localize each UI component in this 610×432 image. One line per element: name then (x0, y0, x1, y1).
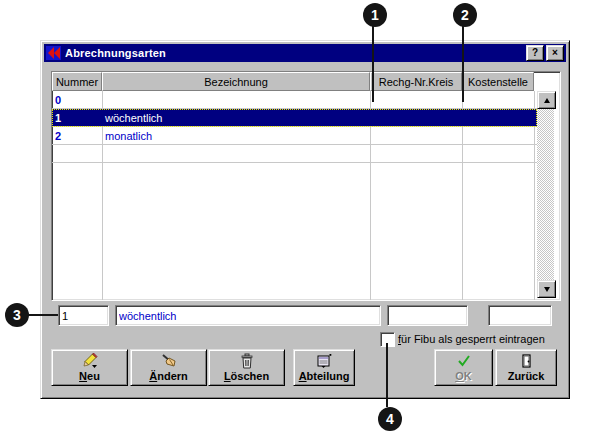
abrechnungsarten-grid: Nummer Bezeichnung Rechg-Nr.Kreis Kosten… (51, 71, 561, 301)
callout-badge-1: 1 (363, 3, 387, 27)
table-row-empty (52, 145, 537, 163)
trash-icon (239, 353, 255, 369)
table-row-selected[interactable]: 1 wöchentlich (52, 109, 537, 127)
help-button[interactable]: ? (526, 45, 544, 61)
writing-hand-icon (161, 353, 177, 369)
arrow-down-icon (544, 287, 550, 292)
cell-nummer: 1 (52, 112, 102, 124)
abteilung-button-label: Abteilung (299, 371, 350, 382)
checkbox-label-rest: ür Fibu als gesperrt eintragen (401, 333, 545, 345)
cell-bezeichnung: monatlich (102, 130, 370, 142)
table-row[interactable]: 0 (52, 91, 537, 109)
pencil-icon (82, 353, 98, 369)
column-header-kostenstelle[interactable]: Kostenstelle (462, 72, 534, 91)
rechg-nr-kreis-field[interactable] (387, 305, 468, 326)
zurueck-button[interactable]: Zurück (495, 349, 557, 386)
scroll-down-button[interactable] (537, 280, 556, 298)
arrow-up-icon (544, 98, 550, 103)
callout-line-2 (462, 26, 464, 102)
loeschen-button-label: Löschen (224, 371, 269, 382)
loeschen-button[interactable]: Löschen (208, 349, 285, 386)
ok-button-label: OK (455, 371, 472, 382)
column-header-nummer[interactable]: Nummer (52, 72, 102, 91)
cell-bezeichnung: wöchentlich (102, 112, 370, 124)
app-icon (46, 46, 61, 60)
bezeichnung-field[interactable] (115, 305, 381, 326)
checkmark-icon (456, 353, 472, 369)
callout-badge-2: 2 (453, 3, 477, 27)
zurueck-button-label: Zurück (508, 371, 545, 382)
neu-button-label: Neu (79, 371, 100, 382)
kostenstelle-field[interactable] (488, 305, 552, 326)
column-header-rechg-nr-kreis[interactable]: Rechg-Nr.Kreis (370, 72, 462, 91)
fibu-gesperrt-checkbox-label: für Fibu als gesperrt eintragen (398, 333, 545, 345)
aendern-button[interactable]: Ändern (130, 349, 207, 386)
scroll-up-button[interactable] (537, 91, 556, 109)
callout-badge-4: 4 (378, 407, 402, 431)
cell-nummer: 0 (52, 94, 102, 106)
ok-button[interactable]: OK (434, 349, 493, 386)
titlebar: Abrechnungsarten ? × (44, 44, 566, 62)
callout-line-1 (372, 26, 374, 102)
abrechnungsarten-dialog: Abrechnungsarten ? × Nummer Bezeichnung … (40, 40, 570, 399)
column-header-bezeichnung[interactable]: Bezeichnung (102, 72, 370, 91)
aendern-button-label: Ändern (149, 371, 188, 382)
vertical-scrollbar[interactable] (537, 91, 554, 296)
close-button[interactable]: × (546, 45, 564, 61)
department-form-icon (316, 353, 332, 369)
cell-nummer: 2 (52, 130, 102, 142)
screen: Abrechnungsarten ? × Nummer Bezeichnung … (0, 0, 610, 432)
callout-badge-3: 3 (5, 303, 29, 327)
callout-line-3 (28, 314, 58, 316)
table-row[interactable]: 2 monatlich (52, 127, 537, 145)
abteilung-button[interactable]: Abteilung (293, 349, 355, 386)
neu-button[interactable]: Neu (51, 349, 128, 386)
window-title: Abrechnungsarten (65, 47, 524, 59)
door-icon (518, 353, 534, 369)
callout-line-4 (386, 343, 388, 407)
nummer-field[interactable] (58, 305, 109, 326)
